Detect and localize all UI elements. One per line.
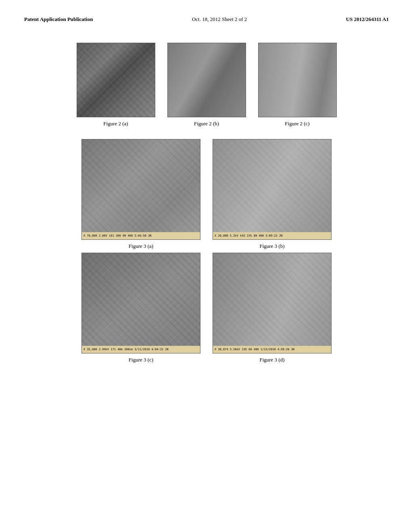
page-header: Patent Application Publication Oct. 18, … bbox=[24, 16, 389, 23]
figure-3a-label: X 70,000 2.00V 161 300 90 400 5:46:58 2N bbox=[82, 232, 200, 239]
figure3-top-pair: X 70,000 2.00V 161 300 90 400 5:46:58 2N… bbox=[24, 139, 389, 249]
figure-2a-item: Figure 2 (a) bbox=[77, 43, 155, 127]
figure-2b-caption: Figure 2 (b) bbox=[194, 121, 219, 127]
figure3-section: X 70,000 2.00V 161 300 90 400 5:46:58 2N… bbox=[24, 139, 389, 363]
figure-3d-image: X 38,874 5.56kV 1X5 60 400 1/23/2010 4:5… bbox=[213, 253, 332, 353]
figure-2c-image bbox=[258, 43, 337, 117]
figure2-row: Figure 2 (a) Figure 2 (b) Figure 2 (c) bbox=[24, 43, 389, 127]
figure-3b-label: X 20,000 5.2kV kX5 23% 80 400 5:09:22 2N bbox=[213, 232, 331, 239]
figures-container: Figure 2 (a) Figure 2 (b) Figure 2 (c) X… bbox=[24, 43, 389, 363]
figure-2b-item: Figure 2 (b) bbox=[167, 43, 246, 127]
figure-3b-caption: Figure 3 (b) bbox=[259, 243, 284, 249]
figure3-bottom-pair: X 35,000 2.99kV 171 40m 200nm 3/11/2010 … bbox=[24, 253, 389, 363]
figure-3c-caption: Figure 3 (c) bbox=[129, 357, 153, 363]
header-left: Patent Application Publication bbox=[24, 16, 93, 23]
figure-3a-caption: Figure 3 (a) bbox=[129, 243, 153, 249]
figure-2a-caption: Figure 2 (a) bbox=[103, 121, 128, 127]
figure-3a-image: X 70,000 2.00V 161 300 90 400 5:46:58 2N bbox=[81, 139, 200, 240]
figure-3b-item: X 20,000 5.2kV kX5 23% 80 400 5:09:22 2N… bbox=[213, 139, 332, 249]
figure-3d-caption: Figure 3 (d) bbox=[259, 357, 284, 363]
figure-3c-label: X 35,000 2.99kV 171 40m 200nm 3/11/2010 … bbox=[82, 346, 200, 353]
page: Patent Application Publication Oct. 18, … bbox=[0, 0, 413, 532]
figure-3c-image: X 35,000 2.99kV 171 40m 200nm 3/11/2010 … bbox=[81, 253, 200, 353]
figure-3d-item: X 38,874 5.56kV 1X5 60 400 1/23/2010 4:5… bbox=[213, 253, 332, 363]
figure-2b-image bbox=[167, 43, 246, 117]
figure-2c-item: Figure 2 (c) bbox=[258, 43, 337, 127]
figure-2a-image bbox=[77, 43, 155, 117]
figure-3b-image: X 20,000 5.2kV kX5 23% 80 400 5:09:22 2N bbox=[213, 139, 332, 240]
header-right: US 2012/264311 A1 bbox=[346, 16, 389, 23]
figure-3a-item: X 70,000 2.00V 161 300 90 400 5:46:58 2N… bbox=[81, 139, 200, 249]
figure-2c-caption: Figure 2 (c) bbox=[285, 121, 309, 127]
header-center: Oct. 18, 2012 Sheet 2 of 2 bbox=[192, 16, 247, 23]
figure-3d-label: X 38,874 5.56kV 1X5 60 400 1/23/2010 4:5… bbox=[213, 346, 331, 353]
figure-3c-item: X 35,000 2.99kV 171 40m 200nm 3/11/2010 … bbox=[81, 253, 200, 363]
